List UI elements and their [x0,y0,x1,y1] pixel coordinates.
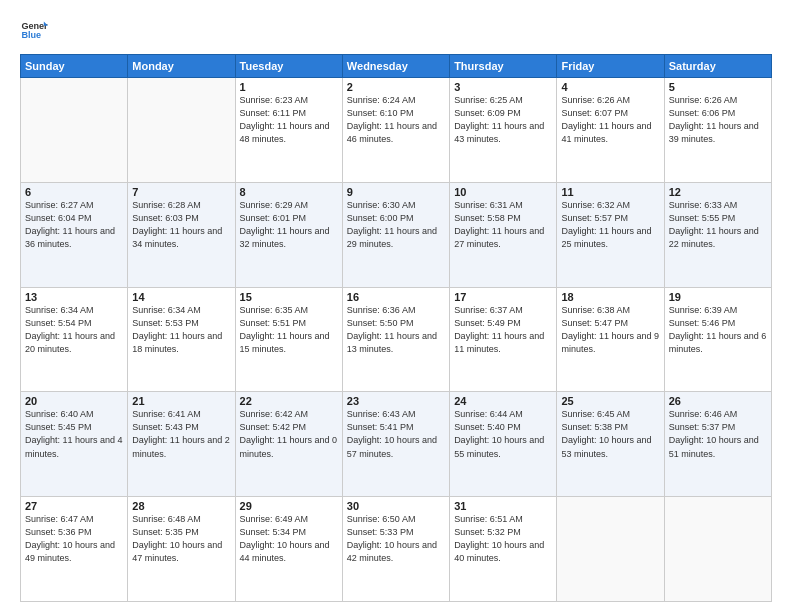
calendar-row: 6Sunrise: 6:27 AMSunset: 6:04 PMDaylight… [21,182,772,287]
day-info: Sunrise: 6:34 AMSunset: 5:53 PMDaylight:… [132,304,230,356]
calendar-cell: 1Sunrise: 6:23 AMSunset: 6:11 PMDaylight… [235,78,342,183]
calendar-cell: 28Sunrise: 6:48 AMSunset: 5:35 PMDayligh… [128,497,235,602]
calendar-cell: 22Sunrise: 6:42 AMSunset: 5:42 PMDayligh… [235,392,342,497]
calendar-cell: 12Sunrise: 6:33 AMSunset: 5:55 PMDayligh… [664,182,771,287]
day-number: 1 [240,81,338,93]
day-info: Sunrise: 6:42 AMSunset: 5:42 PMDaylight:… [240,408,338,460]
day-info: Sunrise: 6:50 AMSunset: 5:33 PMDaylight:… [347,513,445,565]
day-number: 12 [669,186,767,198]
weekday-friday: Friday [557,55,664,78]
day-number: 28 [132,500,230,512]
calendar-cell: 4Sunrise: 6:26 AMSunset: 6:07 PMDaylight… [557,78,664,183]
calendar-row: 13Sunrise: 6:34 AMSunset: 5:54 PMDayligh… [21,287,772,392]
day-number: 8 [240,186,338,198]
day-number: 21 [132,395,230,407]
day-info: Sunrise: 6:24 AMSunset: 6:10 PMDaylight:… [347,94,445,146]
calendar-cell: 6Sunrise: 6:27 AMSunset: 6:04 PMDaylight… [21,182,128,287]
calendar-cell: 5Sunrise: 6:26 AMSunset: 6:06 PMDaylight… [664,78,771,183]
day-info: Sunrise: 6:47 AMSunset: 5:36 PMDaylight:… [25,513,123,565]
day-info: Sunrise: 6:26 AMSunset: 6:07 PMDaylight:… [561,94,659,146]
calendar-cell: 31Sunrise: 6:51 AMSunset: 5:32 PMDayligh… [450,497,557,602]
day-number: 22 [240,395,338,407]
day-number: 3 [454,81,552,93]
calendar-cell: 19Sunrise: 6:39 AMSunset: 5:46 PMDayligh… [664,287,771,392]
calendar-cell: 7Sunrise: 6:28 AMSunset: 6:03 PMDaylight… [128,182,235,287]
day-number: 4 [561,81,659,93]
day-info: Sunrise: 6:27 AMSunset: 6:04 PMDaylight:… [25,199,123,251]
day-info: Sunrise: 6:51 AMSunset: 5:32 PMDaylight:… [454,513,552,565]
day-number: 15 [240,291,338,303]
day-number: 18 [561,291,659,303]
day-number: 25 [561,395,659,407]
day-info: Sunrise: 6:45 AMSunset: 5:38 PMDaylight:… [561,408,659,460]
day-info: Sunrise: 6:44 AMSunset: 5:40 PMDaylight:… [454,408,552,460]
day-info: Sunrise: 6:33 AMSunset: 5:55 PMDaylight:… [669,199,767,251]
day-info: Sunrise: 6:41 AMSunset: 5:43 PMDaylight:… [132,408,230,460]
day-number: 6 [25,186,123,198]
calendar-cell: 15Sunrise: 6:35 AMSunset: 5:51 PMDayligh… [235,287,342,392]
calendar-cell [557,497,664,602]
calendar-cell: 20Sunrise: 6:40 AMSunset: 5:45 PMDayligh… [21,392,128,497]
day-number: 31 [454,500,552,512]
calendar-cell: 8Sunrise: 6:29 AMSunset: 6:01 PMDaylight… [235,182,342,287]
day-number: 17 [454,291,552,303]
calendar-cell: 25Sunrise: 6:45 AMSunset: 5:38 PMDayligh… [557,392,664,497]
day-number: 19 [669,291,767,303]
calendar-cell [21,78,128,183]
day-info: Sunrise: 6:25 AMSunset: 6:09 PMDaylight:… [454,94,552,146]
day-info: Sunrise: 6:46 AMSunset: 5:37 PMDaylight:… [669,408,767,460]
calendar-row: 27Sunrise: 6:47 AMSunset: 5:36 PMDayligh… [21,497,772,602]
calendar-table: SundayMondayTuesdayWednesdayThursdayFrid… [20,54,772,602]
day-number: 5 [669,81,767,93]
weekday-sunday: Sunday [21,55,128,78]
day-info: Sunrise: 6:43 AMSunset: 5:41 PMDaylight:… [347,408,445,460]
day-info: Sunrise: 6:30 AMSunset: 6:00 PMDaylight:… [347,199,445,251]
day-info: Sunrise: 6:35 AMSunset: 5:51 PMDaylight:… [240,304,338,356]
calendar-cell: 3Sunrise: 6:25 AMSunset: 6:09 PMDaylight… [450,78,557,183]
calendar-cell: 29Sunrise: 6:49 AMSunset: 5:34 PMDayligh… [235,497,342,602]
logo: General Blue [20,16,48,44]
day-number: 13 [25,291,123,303]
day-number: 2 [347,81,445,93]
day-info: Sunrise: 6:26 AMSunset: 6:06 PMDaylight:… [669,94,767,146]
day-number: 20 [25,395,123,407]
calendar-cell: 27Sunrise: 6:47 AMSunset: 5:36 PMDayligh… [21,497,128,602]
calendar-cell: 9Sunrise: 6:30 AMSunset: 6:00 PMDaylight… [342,182,449,287]
day-number: 10 [454,186,552,198]
calendar-cell: 11Sunrise: 6:32 AMSunset: 5:57 PMDayligh… [557,182,664,287]
weekday-wednesday: Wednesday [342,55,449,78]
weekday-saturday: Saturday [664,55,771,78]
day-number: 11 [561,186,659,198]
day-number: 23 [347,395,445,407]
day-info: Sunrise: 6:23 AMSunset: 6:11 PMDaylight:… [240,94,338,146]
day-number: 29 [240,500,338,512]
day-number: 26 [669,395,767,407]
day-info: Sunrise: 6:31 AMSunset: 5:58 PMDaylight:… [454,199,552,251]
day-number: 14 [132,291,230,303]
day-info: Sunrise: 6:40 AMSunset: 5:45 PMDaylight:… [25,408,123,460]
day-info: Sunrise: 6:34 AMSunset: 5:54 PMDaylight:… [25,304,123,356]
svg-text:Blue: Blue [21,30,41,40]
day-info: Sunrise: 6:38 AMSunset: 5:47 PMDaylight:… [561,304,659,356]
day-number: 16 [347,291,445,303]
day-info: Sunrise: 6:29 AMSunset: 6:01 PMDaylight:… [240,199,338,251]
header: General Blue [20,16,772,44]
weekday-thursday: Thursday [450,55,557,78]
day-info: Sunrise: 6:36 AMSunset: 5:50 PMDaylight:… [347,304,445,356]
calendar-cell: 26Sunrise: 6:46 AMSunset: 5:37 PMDayligh… [664,392,771,497]
calendar-cell: 30Sunrise: 6:50 AMSunset: 5:33 PMDayligh… [342,497,449,602]
day-info: Sunrise: 6:48 AMSunset: 5:35 PMDaylight:… [132,513,230,565]
calendar-cell: 18Sunrise: 6:38 AMSunset: 5:47 PMDayligh… [557,287,664,392]
calendar-cell: 23Sunrise: 6:43 AMSunset: 5:41 PMDayligh… [342,392,449,497]
calendar-cell: 10Sunrise: 6:31 AMSunset: 5:58 PMDayligh… [450,182,557,287]
day-number: 30 [347,500,445,512]
calendar-cell: 13Sunrise: 6:34 AMSunset: 5:54 PMDayligh… [21,287,128,392]
day-info: Sunrise: 6:32 AMSunset: 5:57 PMDaylight:… [561,199,659,251]
calendar-cell [128,78,235,183]
weekday-header-row: SundayMondayTuesdayWednesdayThursdayFrid… [21,55,772,78]
day-number: 7 [132,186,230,198]
day-info: Sunrise: 6:39 AMSunset: 5:46 PMDaylight:… [669,304,767,356]
logo-icon: General Blue [20,16,48,44]
calendar-cell: 21Sunrise: 6:41 AMSunset: 5:43 PMDayligh… [128,392,235,497]
calendar-cell: 16Sunrise: 6:36 AMSunset: 5:50 PMDayligh… [342,287,449,392]
